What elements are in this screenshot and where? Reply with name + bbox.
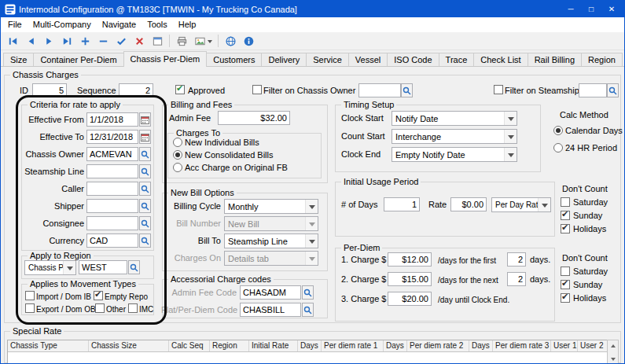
flat-perdiem-code-lookup-button[interactable] xyxy=(302,303,314,317)
tab[interactable]: Rail Billing xyxy=(528,53,582,66)
per-diem-2-days-field[interactable]: 2 xyxy=(507,272,526,286)
last-record-button[interactable] xyxy=(58,33,75,49)
form-view-button[interactable] xyxy=(149,33,166,49)
id-field[interactable]: 5 xyxy=(32,83,67,97)
admin-fee-field[interactable]: $32.00 xyxy=(218,111,290,125)
maximize-button[interactable]: □ xyxy=(582,3,601,16)
tab[interactable]: Vessel xyxy=(348,53,388,66)
add-record-button[interactable] xyxy=(76,33,94,49)
grid-column-header[interactable]: Days xyxy=(384,340,407,351)
effective-to-calendar-button[interactable] xyxy=(139,130,151,144)
filter-steamship-lookup-button[interactable] xyxy=(607,83,619,97)
delete-record-button[interactable] xyxy=(94,33,112,49)
day-checkbox[interactable] xyxy=(561,267,570,276)
currency-lookup-button[interactable] xyxy=(139,233,151,248)
menu-item[interactable]: Tools xyxy=(142,17,173,32)
shipper-field[interactable] xyxy=(86,199,138,213)
movement-imc-checkbox[interactable] xyxy=(128,303,138,313)
approved-checkbox[interactable] xyxy=(175,85,185,94)
save-record-button[interactable] xyxy=(112,33,130,49)
clock-start-select[interactable]: Notify Date xyxy=(392,111,517,126)
charges-to-new-consolidated-radio[interactable] xyxy=(173,150,182,160)
region-lookup-button[interactable] xyxy=(128,260,140,274)
charges-to-new-individual-radio[interactable] xyxy=(173,138,182,147)
tab[interactable]: Chassis Per-Diem xyxy=(123,51,208,67)
admin-fee-code-field[interactable]: CHASADM xyxy=(240,285,301,300)
tab[interactable]: Region xyxy=(581,53,623,66)
effective-from-calendar-button[interactable] xyxy=(139,112,151,127)
effective-to-field[interactable]: 12/31/2018 xyxy=(86,130,138,144)
tab[interactable]: Trace xyxy=(439,53,475,66)
calc-method-24hr-radio[interactable] xyxy=(553,143,563,153)
effective-from-field[interactable]: 1/1/2018 xyxy=(86,112,138,127)
web-link-button[interactable] xyxy=(222,33,239,49)
tab[interactable]: Container Per-Diem xyxy=(33,53,123,66)
menu-item[interactable]: Multi-Company xyxy=(28,17,97,32)
menu-item[interactable]: File xyxy=(2,17,28,32)
grid-empty-row[interactable] xyxy=(8,352,608,364)
grid-column-header[interactable]: Initial Rate xyxy=(249,340,298,351)
rate-type-select[interactable]: Per Day Rate xyxy=(491,197,551,212)
grid-column-header[interactable]: Per diem rate 1 xyxy=(322,340,384,351)
admin-fee-code-lookup-button[interactable] xyxy=(302,285,314,300)
consignee-field[interactable] xyxy=(86,216,138,230)
day-checkbox[interactable] xyxy=(561,293,570,303)
grid-vertical-scrollbar[interactable] xyxy=(607,340,619,364)
dont-count-option[interactable]: Holidays xyxy=(561,223,608,233)
filter-chassis-owner-lookup-button[interactable] xyxy=(401,83,413,97)
dont-count-option[interactable]: Sunday xyxy=(561,210,608,220)
shipper-lookup-button[interactable] xyxy=(139,199,151,213)
chassis-owner-lookup-button[interactable] xyxy=(139,147,151,161)
charges-to-acc-charge-radio[interactable] xyxy=(173,163,182,172)
caller-lookup-button[interactable] xyxy=(139,182,151,196)
scroll-up-button[interactable] xyxy=(608,340,618,351)
grid-column-header[interactable]: Region xyxy=(210,340,249,351)
tab[interactable]: Size xyxy=(3,53,34,66)
image-attachment-button[interactable] xyxy=(191,33,215,49)
chassis-owner-field[interactable]: ACMEVAN xyxy=(86,147,138,161)
region-field[interactable]: WEST xyxy=(79,260,127,274)
calc-method-calendar-days-radio[interactable] xyxy=(553,126,563,135)
grid-column-header[interactable]: Days xyxy=(298,340,322,351)
scroll-down-button[interactable] xyxy=(608,353,618,364)
first-record-button[interactable] xyxy=(4,33,21,49)
next-record-button[interactable] xyxy=(40,33,57,49)
minimize-button[interactable]: ─ xyxy=(561,3,580,16)
movement-other-checkbox[interactable] xyxy=(95,303,105,313)
consignee-lookup-button[interactable] xyxy=(139,216,151,230)
menu-item[interactable]: Help xyxy=(173,17,202,32)
dont-count-option[interactable]: Sunday xyxy=(561,279,608,289)
grid-column-header[interactable]: Calc Seq xyxy=(169,340,210,351)
billing-cycle-select[interactable]: Monthly xyxy=(224,199,318,214)
region-mode-select[interactable]: Chassis Pick xyxy=(24,260,76,275)
steamship-line-lookup-button[interactable] xyxy=(139,164,151,178)
cancel-edit-button[interactable] xyxy=(131,33,148,49)
dont-count-option[interactable]: Saturday xyxy=(561,197,608,207)
clock-end-select[interactable]: Empty Notify Date xyxy=(392,147,517,162)
day-checkbox[interactable] xyxy=(561,211,570,220)
grid-column-header[interactable]: Days xyxy=(469,340,493,351)
print-button[interactable] xyxy=(173,33,190,49)
per-diem-1-days-field[interactable]: 2 xyxy=(507,252,526,267)
tab[interactable]: Customers xyxy=(206,53,262,66)
filter-chassis-owner-field[interactable] xyxy=(358,83,401,97)
about-info-button[interactable] xyxy=(240,33,257,49)
filter-steamship-checkbox[interactable] xyxy=(494,85,503,94)
grid-column-header[interactable]: User 1 xyxy=(551,340,578,351)
close-button[interactable]: ✕ xyxy=(602,3,621,16)
grid-column-header[interactable]: Chassis Size xyxy=(89,340,169,351)
movement-empty-repo-checkbox[interactable] xyxy=(94,291,103,300)
day-checkbox[interactable] xyxy=(561,280,570,289)
dont-count-option[interactable]: Saturday xyxy=(561,266,608,276)
rate-field[interactable]: $0.00 xyxy=(450,197,487,211)
day-checkbox[interactable] xyxy=(561,224,570,233)
per-diem-1-amount-field[interactable]: $12.00 xyxy=(388,252,432,267)
day-checkbox[interactable] xyxy=(561,197,570,207)
steamship-line-field[interactable] xyxy=(86,164,138,178)
sequence-field[interactable]: 2 xyxy=(119,83,153,97)
tab[interactable]: Check List xyxy=(473,53,528,66)
per-diem-2-amount-field[interactable]: $15.00 xyxy=(388,272,432,286)
bill-to-select[interactable]: Steamship Line xyxy=(224,233,318,248)
per-diem-3-amount-field[interactable]: $20.00 xyxy=(388,292,432,306)
movement-export-dom-ob-checkbox[interactable] xyxy=(25,303,35,313)
